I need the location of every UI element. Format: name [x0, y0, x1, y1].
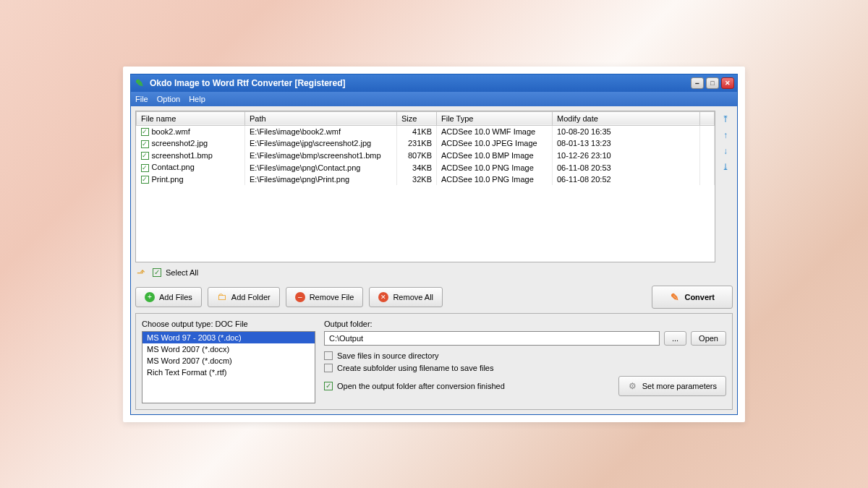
output-type-list[interactable]: MS Word 97 - 2003 (*.doc)MS Word 2007 (*…: [142, 331, 315, 403]
row-checkbox[interactable]: [141, 164, 149, 172]
col-spacer: [700, 111, 715, 125]
output-type-option[interactable]: MS Word 97 - 2003 (*.doc): [142, 332, 315, 343]
row-checkbox[interactable]: [141, 152, 149, 160]
remove-all-label: Remove All: [393, 293, 433, 301]
col-filename[interactable]: File name: [137, 111, 245, 125]
convert-button[interactable]: ✎ Convert: [652, 286, 733, 309]
menu-file[interactable]: File: [135, 95, 148, 103]
maximize-button[interactable]: □: [706, 77, 719, 89]
menu-help[interactable]: Help: [189, 95, 205, 103]
convert-label: Convert: [684, 293, 715, 301]
folder-icon: 🗀: [217, 292, 227, 302]
col-path[interactable]: Path: [245, 111, 397, 125]
remove-file-label: Remove File: [310, 293, 354, 301]
table-row[interactable]: Contact.pngE:\Files\image\png\Contact.pn…: [137, 161, 715, 174]
add-folder-button[interactable]: 🗀 Add Folder: [208, 287, 280, 307]
save-in-source-checkbox[interactable]: [324, 351, 333, 360]
remove-file-button[interactable]: – Remove File: [286, 287, 364, 307]
titlebar: ✎ Okdo Image to Word Rtf Converter [Regi…: [131, 74, 737, 92]
app-window: ✎ Okdo Image to Word Rtf Converter [Regi…: [130, 74, 738, 415]
file-toolbar: + Add Files 🗀 Add Folder – Remove File ✕…: [135, 281, 733, 313]
remove-all-button[interactable]: ✕ Remove All: [369, 287, 443, 307]
col-filetype[interactable]: File Type: [437, 111, 553, 125]
move-top-button[interactable]: ⤒: [720, 114, 731, 125]
save-in-source-label: Save files in source directory: [337, 351, 439, 360]
output-panel: Choose output type: DOC File MS Word 97 …: [135, 313, 733, 410]
output-folder-input[interactable]: [324, 331, 660, 346]
browse-button[interactable]: ...: [664, 331, 686, 346]
open-after-label: Open the output folder after conversion …: [337, 382, 505, 390]
add-folder-label: Add Folder: [231, 293, 271, 301]
minimize-button[interactable]: ‒: [691, 77, 704, 89]
move-bottom-button[interactable]: ⤓: [720, 161, 731, 173]
create-subfolder-label: Create subfolder using filename to save …: [337, 364, 493, 372]
row-checkbox[interactable]: [141, 176, 149, 184]
move-down-button[interactable]: ↓: [720, 145, 731, 157]
row-checkbox[interactable]: [141, 128, 149, 136]
close-button[interactable]: ✕: [721, 77, 734, 89]
x-icon: ✕: [378, 292, 388, 302]
move-up-button[interactable]: ↑: [720, 129, 731, 141]
set-parameters-button[interactable]: ⚙ Set more parameters: [618, 376, 726, 396]
create-subfolder-checkbox[interactable]: [324, 364, 333, 372]
menu-option[interactable]: Option: [157, 95, 180, 103]
col-modify[interactable]: Modify date: [553, 111, 700, 125]
output-type-option[interactable]: Rich Text Format (*.rtf): [142, 367, 315, 378]
output-type-option[interactable]: MS Word 2007 (*.docm): [142, 355, 315, 367]
reorder-buttons: ⤒ ↑ ↓ ⤓: [718, 111, 733, 262]
up-indicator-icon: ⬏: [137, 267, 145, 278]
table-row[interactable]: screenshot1.bmpE:\Files\image\bmp\screen…: [137, 150, 715, 162]
file-list[interactable]: File name Path Size File Type Modify dat…: [135, 111, 715, 262]
window-title: Okdo Image to Word Rtf Converter [Regist…: [150, 78, 689, 88]
app-icon: ✎: [134, 77, 145, 89]
select-all-label: Select All: [166, 268, 198, 277]
output-folder-label: Output folder:: [324, 320, 726, 328]
open-after-checkbox[interactable]: [324, 382, 333, 390]
output-type-option[interactable]: MS Word 2007 (*.docx): [142, 343, 315, 355]
gear-icon: ⚙: [628, 381, 638, 391]
plus-icon: +: [145, 292, 155, 302]
convert-icon: ✎: [670, 292, 680, 302]
col-size[interactable]: Size: [397, 111, 437, 125]
row-checkbox[interactable]: [141, 140, 149, 148]
set-parameters-label: Set more parameters: [642, 382, 717, 390]
table-row[interactable]: Print.pngE:\Files\image\png\Print.png32K…: [137, 174, 715, 186]
output-type-label: Choose output type: DOC File: [142, 320, 315, 328]
menubar: File Option Help: [131, 92, 737, 106]
add-files-button[interactable]: + Add Files: [135, 287, 202, 307]
content-area: File name Path Size File Type Modify dat…: [131, 106, 737, 414]
select-all-checkbox[interactable]: [153, 268, 161, 277]
add-files-label: Add Files: [159, 293, 192, 301]
table-row[interactable]: screenshot2.jpgE:\Files\image\jpg\screen…: [137, 137, 715, 150]
open-folder-button[interactable]: Open: [691, 331, 726, 346]
table-row[interactable]: book2.wmfE:\Files\image\book2.wmf41KBACD…: [137, 125, 715, 137]
minus-icon: –: [295, 292, 305, 302]
